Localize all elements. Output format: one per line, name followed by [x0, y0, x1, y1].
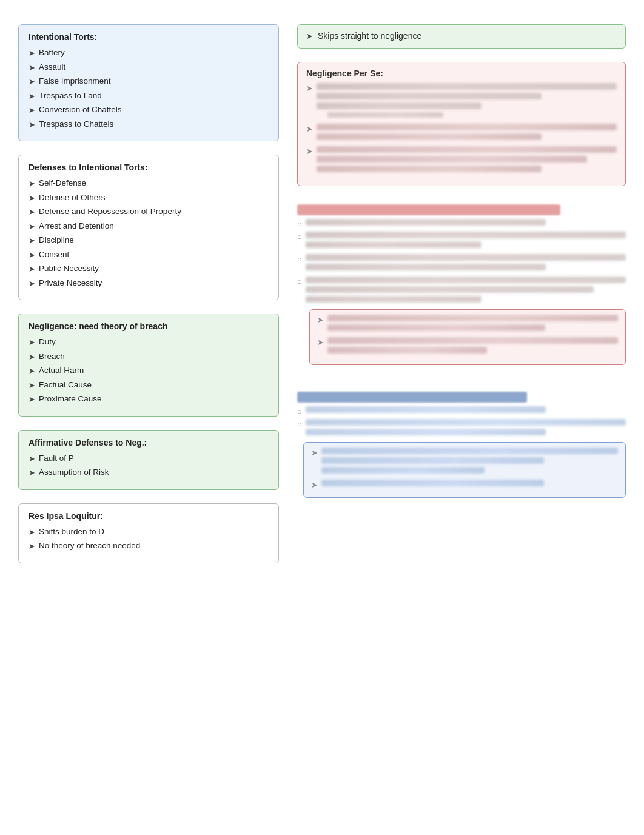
list-item: ➤False Imprisonment [29, 75, 269, 88]
blurred-text [317, 146, 617, 153]
blurred-text [306, 254, 626, 261]
arrow-icon: ➤ [306, 124, 313, 133]
arrow-icon: ➤ [29, 278, 35, 290]
list-item: ➤Trespass to Chattels [29, 118, 269, 131]
arrow-icon: ➤ [29, 526, 35, 538]
item-label: Proximate Cause [39, 393, 102, 405]
list-item: ➤Discipline [29, 234, 269, 247]
arrow-icon: ➤ [29, 467, 35, 479]
defenses-card: Defenses to Intentional Torts: ➤Self-Def… [18, 155, 279, 300]
list-item: ➤Assumption of Risk [29, 466, 269, 479]
item-label: Factual Cause [39, 379, 92, 391]
negligence-title: Negligence: need theory of breach [29, 321, 269, 331]
item-label: Actual Harm [39, 364, 84, 377]
item-label: Assault [39, 61, 65, 73]
item-label: Breach [39, 350, 65, 363]
blurred-nested-box: ➤ ➤ [309, 309, 626, 365]
negligence-per-se-card: Negligence Per Se: ➤ ➤ [297, 62, 626, 186]
arrow-icon: ➤ [29, 62, 35, 74]
arrow-icon: ➤ [29, 178, 35, 190]
item-label: Battery [39, 47, 65, 59]
blurred-item-1: ➤ [306, 83, 617, 121]
blurred-item: ➤ [311, 480, 618, 489]
blurred-text [317, 124, 617, 130]
arrow-icon: ○ [297, 407, 302, 416]
blurred-text [317, 133, 542, 140]
page-layout: Intentional Torts: ➤Battery ➤Assault ➤Fa… [18, 24, 626, 563]
item-label: Trespass to Chattels [39, 118, 113, 130]
arrow-icon: ○ [297, 232, 302, 241]
item-label: No theory of breach needed [39, 540, 140, 552]
blurred-indent [327, 112, 617, 118]
blurred-text [306, 219, 546, 226]
intentional-torts-list: ➤Battery ➤Assault ➤False Imprisonment ➤T… [29, 47, 269, 130]
arrow-icon: ➤ [29, 380, 35, 392]
item-label: Duty [39, 336, 56, 348]
list-item: ➤Consent [29, 249, 269, 261]
arrow-icon: ➤ [29, 76, 35, 88]
arrow-icon: ➤ [311, 480, 318, 489]
blurred-item: ➤ [311, 448, 618, 477]
arrow-icon: ➤ [29, 351, 35, 363]
affirmative-defenses-title: Affirmative Defenses to Neg.: [29, 438, 269, 448]
item-label: Discipline [39, 234, 74, 246]
intentional-torts-title: Intentional Torts: [29, 32, 269, 42]
blurred-text [306, 232, 626, 238]
blurred-text [321, 448, 618, 454]
list-item: ➤Fault of P [29, 452, 269, 465]
arrow-icon: ➤ [29, 104, 35, 116]
arrow-icon: ➤ [29, 119, 35, 131]
list-item: ➤Defense and Repossession of Property [29, 206, 269, 218]
blurred-text [306, 286, 594, 293]
blurred-item: ○ [297, 277, 626, 306]
item-label: Fault of P [39, 452, 74, 464]
list-item: ➤Proximate Cause [29, 393, 269, 406]
affirmative-defenses-card: Affirmative Defenses to Neg.: ➤Fault of … [18, 430, 279, 490]
blurred-text [327, 324, 545, 331]
item-label: Trespass to Land [39, 90, 102, 102]
arrow-icon: ➤ [29, 453, 35, 465]
blurred-text [317, 102, 481, 109]
arrow-icon: ➤ [29, 540, 35, 552]
intentional-torts-card: Intentional Torts: ➤Battery ➤Assault ➤Fa… [18, 24, 279, 141]
blurred-item: ○ [297, 254, 626, 273]
arrow-icon: ➤ [29, 221, 35, 233]
blurred-text [317, 166, 542, 172]
blurred-text [321, 480, 544, 486]
arrow-icon: ➤ [29, 47, 35, 59]
arrow-icon: ➤ [29, 90, 35, 102]
item-label: Self-Defense [39, 177, 86, 189]
arrow-icon: ○ [297, 220, 302, 229]
blurred-sub-text [327, 112, 443, 118]
arrow-icon: ➤ [29, 206, 35, 218]
arrow-icon: ➤ [311, 448, 318, 457]
res-ipsa-card: Res Ipsa Loquitur: ➤Shifts burden to D ➤… [18, 503, 279, 563]
blurred-item: ○ [297, 406, 626, 416]
blurred-text [306, 419, 626, 426]
blurred-item: ➤ [317, 315, 618, 334]
arrow-icon: ➤ [317, 338, 324, 347]
right-section-2: ○ ○ ○ ○ [297, 200, 626, 374]
res-ipsa-title: Res Ipsa Loquitur: [29, 511, 269, 521]
blurred-text [306, 241, 481, 248]
blurred-text [321, 467, 485, 474]
list-item: ➤No theory of breach needed [29, 540, 269, 552]
affirmative-defenses-list: ➤Fault of P ➤Assumption of Risk [29, 452, 269, 479]
list-item: ➤Private Necessity [29, 277, 269, 290]
arrow-icon: ➤ [29, 337, 35, 349]
list-item: ➤Trespass to Land [29, 90, 269, 102]
arrow-icon: ➤ [306, 84, 313, 93]
blurred-text [306, 264, 546, 270]
list-item: ➤Self-Defense [29, 177, 269, 190]
skip-negligence-label: Skips straight to negligence [318, 31, 421, 41]
arrow-icon: ➤ [29, 394, 35, 406]
arrow-icon: ○ [297, 255, 302, 264]
blurred-item: ○ [297, 219, 626, 229]
list-item: ➤Public Necessity [29, 263, 269, 275]
blurred-text [306, 406, 546, 413]
blurred-section-header [297, 204, 560, 215]
item-label: Arrest and Detention [39, 220, 114, 232]
negligence-card: Negligence: need theory of breach ➤Duty … [18, 314, 279, 417]
blurred-text [321, 457, 544, 464]
left-column: Intentional Torts: ➤Battery ➤Assault ➤Fa… [18, 24, 279, 563]
